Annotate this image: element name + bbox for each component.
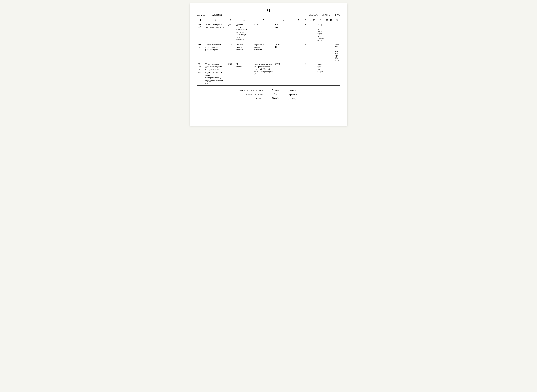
footer-section: Главный инженер проекта Е.сиим (Иванов) …: [197, 89, 340, 100]
dept-head-name: (Фролов): [288, 93, 302, 96]
row3-place: По месту: [235, 62, 253, 85]
row1-col9: [308, 23, 312, 42]
row1-col14: [333, 23, 340, 42]
row2-type: Термометр маномет- рический: [253, 42, 274, 62]
row1-type: То же: [253, 23, 274, 42]
col-header-1: I: [197, 18, 204, 23]
row1-col7: —: [294, 23, 303, 42]
page-number: 81: [197, 9, 340, 13]
project-code: ЭА-ЗСО/I: [309, 14, 318, 16]
row3-desc: Температура воз-духа в помещении обслужи…: [204, 62, 226, 85]
col-header-6: 6: [274, 18, 294, 23]
row2-num: 2Iа 22а: [197, 42, 204, 62]
composed-label: Составил:: [225, 97, 263, 100]
header-right: ЭА-ЗСО/I Листов 6 Лист 6: [309, 14, 340, 16]
row2-place: Панель термо- метров: [235, 42, 253, 62]
footer-row-dept: Начальник отдела д.я. (Фролов): [225, 93, 340, 96]
row2-col9: [308, 42, 312, 62]
composed-name: (Коляда): [288, 97, 302, 100]
album-label: Альбом IУ: [212, 14, 223, 16]
row1-model: ИКС- 2Н: [274, 23, 294, 42]
row3-col7: —: [294, 62, 303, 85]
footer-row-composed: Составил: Коляде (Коляда): [225, 97, 340, 100]
col-header-14: I4: [333, 18, 340, 23]
row1-place: Датчики- -по месту в дренаином приямке; …: [235, 23, 253, 42]
row1-col13: [329, 23, 333, 42]
row2-col8: 2: [303, 42, 308, 62]
dept-head-signature: д.я.: [265, 93, 286, 96]
doc-id: 901-2-60: [197, 14, 205, 16]
document-page: 81 901-2-60 Альбом IУ ЭА-ЗСО/I Листов 6 …: [190, 4, 347, 126]
col-header-9: 9: [308, 18, 312, 23]
main-table: I 2 8 4 5 6 7 8 9 IO II I2 I8 I4 I5а I5б…: [197, 18, 340, 86]
row1-desc: Аварийный уровень затопления мамза-ла.: [204, 23, 226, 42]
col-header-8: 8: [303, 18, 308, 23]
row3-model: ДТКБ- -57: [274, 62, 294, 85]
header-meta: 901-2-60 Альбом IУ ЭА-ЗСО/I Листов 6 Лис…: [197, 14, 340, 16]
chief-engineer-signature: Е.сиим: [265, 89, 286, 92]
col-header-7: 7: [294, 18, 303, 23]
table-row: I5а I5б Аварийный уровень затопления мам…: [197, 23, 340, 42]
col-header-10: IO: [312, 18, 316, 23]
table-header-row: I 2 8 4 5 6 7 8 9 IO II I2 I8 I4: [197, 18, 340, 23]
row3-col8: 4: [303, 62, 308, 85]
row1-col12: [325, 23, 329, 42]
col-header-12: I2: [325, 18, 329, 23]
table-row: 28а 24а 25а 26а Температура воз-духа в п…: [197, 62, 340, 85]
row1-val: 0,35: [226, 23, 235, 42]
footer-row-chief: Главный инженер проекта Е.сиим (Иванов): [225, 89, 340, 92]
row3-col14: [333, 62, 340, 85]
row1-num: I5а I5б: [197, 23, 204, 42]
row3-col13: [329, 62, 333, 85]
row1-col8: I: [303, 23, 308, 42]
col-header-3: 8: [226, 18, 235, 23]
row3-type: Датчик темпе-ратуры кам ерный биметал-ли…: [253, 62, 274, 85]
row2-model: ТСМ- I00: [274, 42, 294, 62]
row2-col13: [329, 42, 333, 62]
row3-col12: [325, 62, 329, 85]
col-header-5: 5: [253, 18, 274, 23]
row2-val: +IO°С: [226, 42, 235, 62]
col-header-2: 2: [204, 18, 226, 23]
col-header-11: II: [316, 18, 325, 23]
row3-col11: Завод прибо. ров г. Орел: [316, 62, 325, 85]
row3-col10: [312, 62, 316, 85]
row3-num: 28а 24а 25а 26а: [197, 62, 204, 85]
row1-col11: Завод высоко вольт- ной ап парату ры г. …: [316, 23, 325, 42]
col-header-4: 4: [235, 18, 253, 23]
row2-col14: Комп- лект элект рока- лори фера СФО- 25…: [333, 42, 340, 62]
row3-col9: [308, 62, 312, 85]
header-left: 901-2-60 Альбом IУ: [197, 14, 223, 16]
row2-desc: Температура воз-духа после элект-рокалор…: [204, 42, 226, 62]
sheets-label: Листов 6: [322, 14, 330, 16]
row2-col10: [312, 42, 316, 62]
row3-val: +5°С: [226, 62, 235, 85]
col-header-13: I8: [329, 18, 333, 23]
row2-col7: —: [294, 42, 303, 62]
row1-col10: [312, 23, 316, 42]
chief-engineer-label: Главный инженер проекта: [225, 89, 263, 92]
header-area: 81 901-2-60 Альбом IУ ЭА-ЗСО/I Листов 6 …: [197, 9, 340, 16]
row2-col12: [325, 42, 329, 62]
table-row: 2Iа 22а Температура воз-духа после элект…: [197, 42, 340, 62]
composed-signature: Коляде: [265, 97, 286, 100]
row2-col11: [316, 42, 325, 62]
dept-head-label: Начальник отдела: [225, 93, 263, 96]
sheet-label: Лист 6: [334, 14, 340, 16]
chief-engineer-name: (Иванов): [288, 89, 302, 92]
